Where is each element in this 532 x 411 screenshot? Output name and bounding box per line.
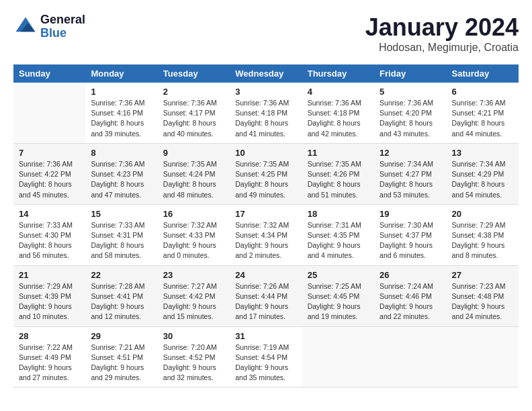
day-info: Sunrise: 7:27 AMSunset: 4:42 PMDaylight:… bbox=[163, 281, 224, 322]
calendar-cell: 9Sunrise: 7:35 AMSunset: 4:24 PMDaylight… bbox=[158, 143, 230, 204]
day-number: 18 bbox=[308, 209, 369, 219]
day-info: Sunrise: 7:24 AMSunset: 4:46 PMDaylight:… bbox=[380, 281, 441, 322]
header-cell-thursday: Thursday bbox=[302, 64, 374, 83]
day-number: 9 bbox=[163, 148, 224, 158]
day-info: Sunrise: 7:28 AMSunset: 4:41 PMDaylight:… bbox=[91, 281, 152, 322]
day-info: Sunrise: 7:36 AMSunset: 4:21 PMDaylight:… bbox=[452, 98, 513, 139]
day-info: Sunrise: 7:30 AMSunset: 4:37 PMDaylight:… bbox=[380, 220, 441, 261]
day-info: Sunrise: 7:35 AMSunset: 4:26 PMDaylight:… bbox=[308, 159, 369, 200]
day-number: 29 bbox=[91, 331, 152, 341]
day-info: Sunrise: 7:36 AMSunset: 4:20 PMDaylight:… bbox=[380, 98, 441, 139]
day-number: 5 bbox=[380, 87, 441, 97]
day-number: 23 bbox=[163, 270, 224, 280]
calendar-cell: 12Sunrise: 7:34 AMSunset: 4:27 PMDayligh… bbox=[374, 143, 446, 204]
calendar-cell: 28Sunrise: 7:22 AMSunset: 4:49 PMDayligh… bbox=[13, 326, 85, 387]
calendar-cell: 31Sunrise: 7:19 AMSunset: 4:54 PMDayligh… bbox=[230, 326, 302, 387]
calendar-week-row: 1Sunrise: 7:36 AMSunset: 4:16 PMDaylight… bbox=[13, 83, 519, 143]
day-number: 22 bbox=[91, 270, 152, 280]
sub-title: Hodosan, Megimurje, Croatia bbox=[365, 42, 519, 54]
calendar-cell: 20Sunrise: 7:29 AMSunset: 4:38 PMDayligh… bbox=[447, 204, 519, 265]
day-info: Sunrise: 7:20 AMSunset: 4:52 PMDaylight:… bbox=[163, 342, 224, 383]
header-cell-tuesday: Tuesday bbox=[158, 64, 230, 83]
day-number: 26 bbox=[380, 270, 441, 280]
header-cell-monday: Monday bbox=[85, 64, 157, 83]
calendar-cell: 2Sunrise: 7:36 AMSunset: 4:17 PMDaylight… bbox=[158, 83, 230, 143]
day-info: Sunrise: 7:35 AMSunset: 4:25 PMDaylight:… bbox=[235, 159, 296, 200]
calendar-cell bbox=[302, 326, 374, 387]
calendar-cell bbox=[13, 83, 85, 143]
calendar-cell: 18Sunrise: 7:31 AMSunset: 4:35 PMDayligh… bbox=[302, 204, 374, 265]
calendar-header-row: SundayMondayTuesdayWednesdayThursdayFrid… bbox=[13, 64, 519, 83]
header-cell-saturday: Saturday bbox=[447, 64, 519, 83]
day-number: 20 bbox=[452, 209, 513, 219]
calendar-cell: 21Sunrise: 7:29 AMSunset: 4:39 PMDayligh… bbox=[13, 265, 85, 326]
day-info: Sunrise: 7:36 AMSunset: 4:22 PMDaylight:… bbox=[19, 159, 80, 200]
day-info: Sunrise: 7:36 AMSunset: 4:18 PMDaylight:… bbox=[308, 98, 369, 139]
day-info: Sunrise: 7:34 AMSunset: 4:29 PMDaylight:… bbox=[452, 159, 513, 200]
calendar-cell: 3Sunrise: 7:36 AMSunset: 4:18 PMDaylight… bbox=[230, 83, 302, 143]
day-number: 27 bbox=[452, 270, 513, 280]
calendar-cell: 30Sunrise: 7:20 AMSunset: 4:52 PMDayligh… bbox=[158, 326, 230, 387]
day-number: 2 bbox=[163, 87, 224, 97]
logo-line1: General bbox=[40, 13, 85, 27]
calendar-cell: 24Sunrise: 7:26 AMSunset: 4:44 PMDayligh… bbox=[230, 265, 302, 326]
calendar-cell: 11Sunrise: 7:35 AMSunset: 4:26 PMDayligh… bbox=[302, 143, 374, 204]
day-info: Sunrise: 7:34 AMSunset: 4:27 PMDaylight:… bbox=[380, 159, 441, 200]
calendar-cell: 1Sunrise: 7:36 AMSunset: 4:16 PMDaylight… bbox=[85, 83, 157, 143]
day-number: 30 bbox=[163, 331, 224, 341]
calendar-cell bbox=[447, 326, 519, 387]
day-info: Sunrise: 7:21 AMSunset: 4:51 PMDaylight:… bbox=[91, 342, 152, 383]
page-header: General Blue January 2024 Hodosan, Megim… bbox=[13, 13, 519, 54]
day-info: Sunrise: 7:36 AMSunset: 4:17 PMDaylight:… bbox=[163, 98, 224, 139]
calendar-cell: 22Sunrise: 7:28 AMSunset: 4:41 PMDayligh… bbox=[85, 265, 157, 326]
day-number: 1 bbox=[91, 87, 152, 97]
calendar-cell: 17Sunrise: 7:32 AMSunset: 4:34 PMDayligh… bbox=[230, 204, 302, 265]
day-number: 28 bbox=[19, 331, 80, 341]
calendar-week-row: 28Sunrise: 7:22 AMSunset: 4:49 PMDayligh… bbox=[13, 326, 519, 387]
day-info: Sunrise: 7:36 AMSunset: 4:23 PMDaylight:… bbox=[91, 159, 152, 200]
day-info: Sunrise: 7:35 AMSunset: 4:24 PMDaylight:… bbox=[163, 159, 224, 200]
calendar-cell: 8Sunrise: 7:36 AMSunset: 4:23 PMDaylight… bbox=[85, 143, 157, 204]
day-info: Sunrise: 7:33 AMSunset: 4:30 PMDaylight:… bbox=[19, 220, 80, 261]
day-number: 25 bbox=[308, 270, 369, 280]
day-number: 17 bbox=[235, 209, 296, 219]
day-number: 24 bbox=[235, 270, 296, 280]
calendar-cell: 7Sunrise: 7:36 AMSunset: 4:22 PMDaylight… bbox=[13, 143, 85, 204]
day-info: Sunrise: 7:29 AMSunset: 4:38 PMDaylight:… bbox=[452, 220, 513, 261]
day-info: Sunrise: 7:26 AMSunset: 4:44 PMDaylight:… bbox=[235, 281, 296, 322]
day-number: 12 bbox=[380, 148, 441, 158]
calendar-table: SundayMondayTuesdayWednesdayThursdayFrid… bbox=[13, 64, 519, 387]
calendar-cell: 14Sunrise: 7:33 AMSunset: 4:30 PMDayligh… bbox=[13, 204, 85, 265]
logo-icon bbox=[13, 15, 38, 39]
day-number: 10 bbox=[235, 148, 296, 158]
calendar-cell bbox=[374, 326, 446, 387]
day-info: Sunrise: 7:31 AMSunset: 4:35 PMDaylight:… bbox=[308, 220, 369, 261]
header-cell-friday: Friday bbox=[374, 64, 446, 83]
calendar-cell: 4Sunrise: 7:36 AMSunset: 4:18 PMDaylight… bbox=[302, 83, 374, 143]
logo: General Blue bbox=[13, 13, 85, 40]
day-number: 16 bbox=[163, 209, 224, 219]
day-info: Sunrise: 7:23 AMSunset: 4:48 PMDaylight:… bbox=[452, 281, 513, 322]
calendar-cell: 15Sunrise: 7:33 AMSunset: 4:31 PMDayligh… bbox=[85, 204, 157, 265]
calendar-cell: 23Sunrise: 7:27 AMSunset: 4:42 PMDayligh… bbox=[158, 265, 230, 326]
main-title: January 2024 bbox=[365, 13, 519, 42]
day-number: 31 bbox=[235, 331, 296, 341]
calendar-cell: 16Sunrise: 7:32 AMSunset: 4:33 PMDayligh… bbox=[158, 204, 230, 265]
day-number: 15 bbox=[91, 209, 152, 219]
day-number: 7 bbox=[19, 148, 80, 158]
day-number: 6 bbox=[452, 87, 513, 97]
day-number: 21 bbox=[19, 270, 80, 280]
title-section: January 2024 Hodosan, Megimurje, Croatia bbox=[365, 13, 519, 54]
day-info: Sunrise: 7:29 AMSunset: 4:39 PMDaylight:… bbox=[19, 281, 80, 322]
calendar-cell: 26Sunrise: 7:24 AMSunset: 4:46 PMDayligh… bbox=[374, 265, 446, 326]
calendar-cell: 19Sunrise: 7:30 AMSunset: 4:37 PMDayligh… bbox=[374, 204, 446, 265]
day-number: 11 bbox=[308, 148, 369, 158]
day-number: 14 bbox=[19, 209, 80, 219]
day-info: Sunrise: 7:32 AMSunset: 4:33 PMDaylight:… bbox=[163, 220, 224, 261]
day-info: Sunrise: 7:22 AMSunset: 4:49 PMDaylight:… bbox=[19, 342, 80, 383]
day-info: Sunrise: 7:36 AMSunset: 4:16 PMDaylight:… bbox=[91, 98, 152, 139]
header-cell-wednesday: Wednesday bbox=[230, 64, 302, 83]
calendar-cell: 29Sunrise: 7:21 AMSunset: 4:51 PMDayligh… bbox=[85, 326, 157, 387]
calendar-cell: 6Sunrise: 7:36 AMSunset: 4:21 PMDaylight… bbox=[447, 83, 519, 143]
calendar-week-row: 14Sunrise: 7:33 AMSunset: 4:30 PMDayligh… bbox=[13, 204, 519, 265]
